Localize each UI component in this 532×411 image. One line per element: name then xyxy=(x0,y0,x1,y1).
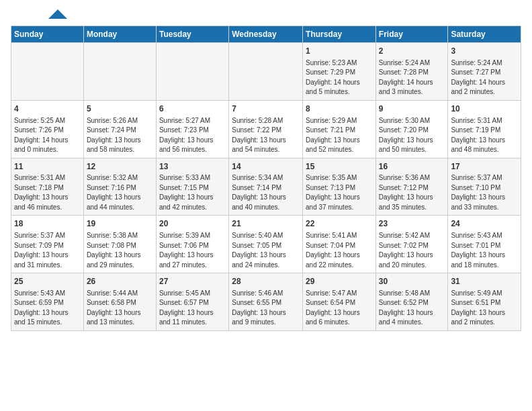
day-info: Sunrise: 5:49 AM Sunset: 6:51 PM Dayligh… xyxy=(451,289,518,328)
day-number: 8 xyxy=(306,103,373,115)
day-number: 2 xyxy=(379,46,445,57)
day-info: Sunrise: 5:33 AM Sunset: 7:15 PM Dayligh… xyxy=(159,173,226,212)
calendar: SundayMondayTuesdayWednesdayThursdayFrid… xyxy=(11,26,521,331)
day-number: 22 xyxy=(306,218,373,230)
day-header-tuesday: Tuesday xyxy=(156,26,228,43)
day-info: Sunrise: 5:28 AM Sunset: 7:22 PM Dayligh… xyxy=(232,116,300,155)
day-number: 14 xyxy=(232,161,300,173)
day-info: Sunrise: 5:46 AM Sunset: 6:55 PM Dayligh… xyxy=(232,289,300,328)
day-number: 21 xyxy=(232,218,300,230)
calendar-day: 31Sunrise: 5:49 AM Sunset: 6:51 PM Dayli… xyxy=(448,273,521,331)
day-number: 18 xyxy=(14,218,81,230)
day-number: 20 xyxy=(159,218,226,230)
day-number: 3 xyxy=(451,46,518,57)
day-info: Sunrise: 5:42 AM Sunset: 7:02 PM Dayligh… xyxy=(379,231,445,270)
day-info: Sunrise: 5:47 AM Sunset: 6:54 PM Dayligh… xyxy=(306,289,373,328)
day-number: 26 xyxy=(87,276,153,287)
day-number: 1 xyxy=(306,46,373,57)
calendar-day: 16Sunrise: 5:36 AM Sunset: 7:12 PM Dayli… xyxy=(375,158,448,216)
day-info: Sunrise: 5:26 AM Sunset: 7:24 PM Dayligh… xyxy=(87,116,153,155)
day-info: Sunrise: 5:37 AM Sunset: 7:09 PM Dayligh… xyxy=(14,231,81,270)
calendar-day xyxy=(83,43,156,101)
day-info: Sunrise: 5:45 AM Sunset: 6:57 PM Dayligh… xyxy=(159,289,226,328)
day-info: Sunrise: 5:43 AM Sunset: 6:59 PM Dayligh… xyxy=(14,289,81,328)
calendar-day: 12Sunrise: 5:32 AM Sunset: 7:16 PM Dayli… xyxy=(83,158,156,216)
day-number: 11 xyxy=(14,161,81,173)
day-info: Sunrise: 5:27 AM Sunset: 7:23 PM Dayligh… xyxy=(159,116,226,155)
calendar-day: 4Sunrise: 5:25 AM Sunset: 7:26 PM Daylig… xyxy=(11,100,84,158)
day-info: Sunrise: 5:39 AM Sunset: 7:06 PM Dayligh… xyxy=(159,231,226,270)
day-number: 5 xyxy=(87,103,153,115)
day-number: 9 xyxy=(379,103,445,115)
day-number: 29 xyxy=(306,276,373,287)
day-info: Sunrise: 5:32 AM Sunset: 7:16 PM Dayligh… xyxy=(87,173,153,212)
day-number: 24 xyxy=(451,218,518,230)
svg-marker-0 xyxy=(48,9,67,19)
day-info: Sunrise: 5:25 AM Sunset: 7:26 PM Dayligh… xyxy=(14,116,81,155)
day-info: Sunrise: 5:48 AM Sunset: 6:52 PM Dayligh… xyxy=(379,289,445,328)
calendar-day: 2Sunrise: 5:24 AM Sunset: 7:28 PM Daylig… xyxy=(375,43,448,101)
calendar-day: 18Sunrise: 5:37 AM Sunset: 7:09 PM Dayli… xyxy=(11,216,84,273)
calendar-day: 6Sunrise: 5:27 AM Sunset: 7:23 PM Daylig… xyxy=(156,100,228,158)
calendar-day: 5Sunrise: 5:26 AM Sunset: 7:24 PM Daylig… xyxy=(83,100,156,158)
day-header-friday: Friday xyxy=(375,26,448,43)
calendar-day: 21Sunrise: 5:40 AM Sunset: 7:05 PM Dayli… xyxy=(229,216,303,273)
calendar-day: 9Sunrise: 5:30 AM Sunset: 7:20 PM Daylig… xyxy=(375,100,448,158)
day-number: 13 xyxy=(159,161,226,173)
calendar-day xyxy=(156,43,228,101)
calendar-day: 15Sunrise: 5:35 AM Sunset: 7:13 PM Dayli… xyxy=(303,158,376,216)
day-number: 17 xyxy=(451,161,518,173)
calendar-day: 29Sunrise: 5:47 AM Sunset: 6:54 PM Dayli… xyxy=(303,273,376,331)
day-header-wednesday: Wednesday xyxy=(229,26,303,43)
calendar-day: 28Sunrise: 5:46 AM Sunset: 6:55 PM Dayli… xyxy=(229,273,303,331)
calendar-day: 22Sunrise: 5:41 AM Sunset: 7:04 PM Dayli… xyxy=(303,216,376,273)
week-row-3: 11Sunrise: 5:31 AM Sunset: 7:18 PM Dayli… xyxy=(11,158,521,216)
day-number: 12 xyxy=(87,161,153,173)
day-info: Sunrise: 5:36 AM Sunset: 7:12 PM Dayligh… xyxy=(379,173,445,212)
day-number: 27 xyxy=(159,276,226,287)
day-info: Sunrise: 5:29 AM Sunset: 7:21 PM Dayligh… xyxy=(306,116,373,155)
calendar-day: 7Sunrise: 5:28 AM Sunset: 7:22 PM Daylig… xyxy=(229,100,303,158)
calendar-day: 30Sunrise: 5:48 AM Sunset: 6:52 PM Dayli… xyxy=(375,273,448,331)
calendar-day: 27Sunrise: 5:45 AM Sunset: 6:57 PM Dayli… xyxy=(156,273,228,331)
day-number: 19 xyxy=(87,218,153,230)
calendar-day: 19Sunrise: 5:38 AM Sunset: 7:08 PM Dayli… xyxy=(83,216,156,273)
calendar-day xyxy=(229,43,303,101)
calendar-day: 13Sunrise: 5:33 AM Sunset: 7:15 PM Dayli… xyxy=(156,158,228,216)
logo xyxy=(11,11,67,19)
day-info: Sunrise: 5:40 AM Sunset: 7:05 PM Dayligh… xyxy=(232,231,300,270)
day-info: Sunrise: 5:30 AM Sunset: 7:20 PM Dayligh… xyxy=(379,116,445,155)
day-info: Sunrise: 5:44 AM Sunset: 6:58 PM Dayligh… xyxy=(87,289,153,328)
calendar-day: 1Sunrise: 5:23 AM Sunset: 7:29 PM Daylig… xyxy=(303,43,376,101)
day-info: Sunrise: 5:31 AM Sunset: 7:18 PM Dayligh… xyxy=(14,173,81,212)
week-row-2: 4Sunrise: 5:25 AM Sunset: 7:26 PM Daylig… xyxy=(11,100,521,158)
logo-icon xyxy=(48,9,67,19)
header xyxy=(11,11,521,19)
day-info: Sunrise: 5:37 AM Sunset: 7:10 PM Dayligh… xyxy=(451,173,518,212)
day-header-sunday: Sunday xyxy=(11,26,84,43)
day-number: 10 xyxy=(451,103,518,115)
day-info: Sunrise: 5:24 AM Sunset: 7:27 PM Dayligh… xyxy=(451,58,518,97)
day-info: Sunrise: 5:41 AM Sunset: 7:04 PM Dayligh… xyxy=(306,231,373,270)
calendar-day: 10Sunrise: 5:31 AM Sunset: 7:19 PM Dayli… xyxy=(448,100,521,158)
day-info: Sunrise: 5:43 AM Sunset: 7:01 PM Dayligh… xyxy=(451,231,518,270)
calendar-day: 3Sunrise: 5:24 AM Sunset: 7:27 PM Daylig… xyxy=(448,43,521,101)
week-row-1: 1Sunrise: 5:23 AM Sunset: 7:29 PM Daylig… xyxy=(11,43,521,101)
day-number: 15 xyxy=(306,161,373,173)
week-row-5: 25Sunrise: 5:43 AM Sunset: 6:59 PM Dayli… xyxy=(11,273,521,331)
day-number: 16 xyxy=(379,161,445,173)
calendar-day: 14Sunrise: 5:34 AM Sunset: 7:14 PM Dayli… xyxy=(229,158,303,216)
day-number: 4 xyxy=(14,103,81,115)
calendar-day: 25Sunrise: 5:43 AM Sunset: 6:59 PM Dayli… xyxy=(11,273,84,331)
day-info: Sunrise: 5:24 AM Sunset: 7:28 PM Dayligh… xyxy=(379,58,445,97)
calendar-day: 11Sunrise: 5:31 AM Sunset: 7:18 PM Dayli… xyxy=(11,158,84,216)
day-number: 31 xyxy=(451,276,518,287)
day-number: 23 xyxy=(379,218,445,230)
day-info: Sunrise: 5:31 AM Sunset: 7:19 PM Dayligh… xyxy=(451,116,518,155)
day-header-monday: Monday xyxy=(83,26,156,43)
calendar-day xyxy=(11,43,84,101)
day-number: 30 xyxy=(379,276,445,287)
day-info: Sunrise: 5:38 AM Sunset: 7:08 PM Dayligh… xyxy=(87,231,153,270)
day-info: Sunrise: 5:34 AM Sunset: 7:14 PM Dayligh… xyxy=(232,173,300,212)
calendar-day: 17Sunrise: 5:37 AM Sunset: 7:10 PM Dayli… xyxy=(448,158,521,216)
